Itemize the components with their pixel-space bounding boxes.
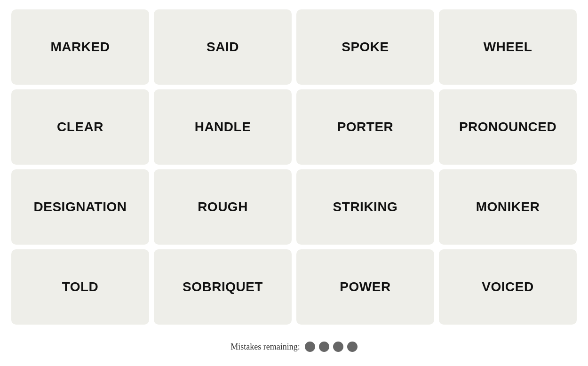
word-card-3[interactable]: WHEEL xyxy=(439,9,577,85)
word-label-6: PORTER xyxy=(337,119,394,135)
word-label-10: STRIKING xyxy=(333,199,398,215)
word-card-14[interactable]: POWER xyxy=(296,249,434,325)
word-card-13[interactable]: SOBRIQUET xyxy=(154,249,292,325)
word-label-0: MARKED xyxy=(51,40,110,55)
word-label-5: HANDLE xyxy=(195,119,251,135)
word-label-15: VOICED xyxy=(482,279,533,294)
word-grid: MARKEDSAIDSPOKEWHEELCLEARHANDLEPORTERPRO… xyxy=(11,9,577,325)
word-label-7: PRONOUNCED xyxy=(459,119,556,135)
word-card-0[interactable]: MARKED xyxy=(11,9,149,85)
mistake-dot-3 xyxy=(333,342,343,352)
word-card-12[interactable]: TOLD xyxy=(11,249,149,325)
mistake-dot-2 xyxy=(319,342,329,352)
word-label-3: WHEEL xyxy=(484,40,532,55)
game-container: MARKEDSAIDSPOKEWHEELCLEARHANDLEPORTERPRO… xyxy=(0,0,588,366)
word-card-8[interactable]: DESIGNATION xyxy=(11,169,149,245)
word-label-13: SOBRIQUET xyxy=(183,279,263,294)
mistake-dot-1 xyxy=(305,342,315,352)
word-card-10[interactable]: STRIKING xyxy=(296,169,434,245)
word-card-6[interactable]: PORTER xyxy=(296,89,434,165)
mistakes-dots xyxy=(305,342,358,352)
word-label-9: ROUGH xyxy=(198,199,248,215)
word-card-2[interactable]: SPOKE xyxy=(296,9,434,85)
mistakes-row: Mistakes remaining: xyxy=(230,342,357,352)
word-label-4: CLEAR xyxy=(57,119,103,135)
word-label-12: TOLD xyxy=(62,279,99,294)
word-label-14: POWER xyxy=(340,279,390,294)
mistakes-label: Mistakes remaining: xyxy=(230,342,300,352)
word-card-4[interactable]: CLEAR xyxy=(11,89,149,165)
word-card-9[interactable]: ROUGH xyxy=(154,169,292,245)
word-card-15[interactable]: VOICED xyxy=(439,249,577,325)
word-label-1: SAID xyxy=(207,40,239,55)
word-label-11: MONIKER xyxy=(476,199,540,215)
word-card-11[interactable]: MONIKER xyxy=(439,169,577,245)
word-card-5[interactable]: HANDLE xyxy=(154,89,292,165)
word-card-7[interactable]: PRONOUNCED xyxy=(439,89,577,165)
mistake-dot-4 xyxy=(347,342,358,352)
word-card-1[interactable]: SAID xyxy=(154,9,292,85)
word-label-2: SPOKE xyxy=(342,40,389,55)
word-label-8: DESIGNATION xyxy=(34,199,127,215)
